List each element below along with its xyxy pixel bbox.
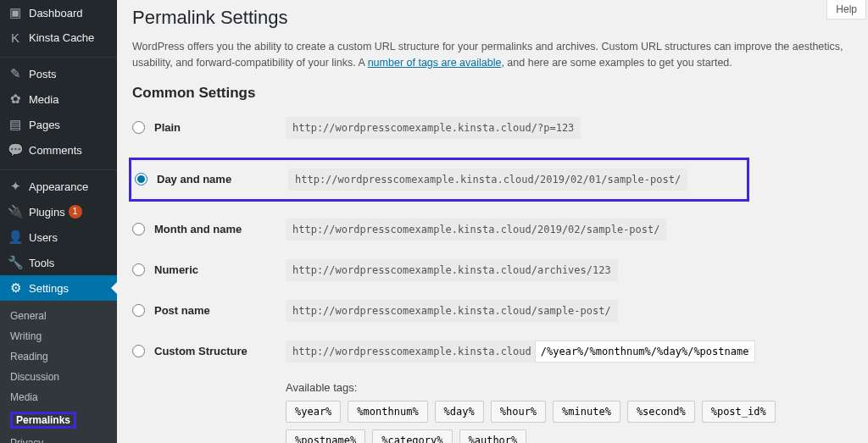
sidebar-item-label: Media [29, 93, 58, 106]
tag-button[interactable]: %category% [372, 429, 452, 444]
option-example: http://wordpresscomexample.kinsta.cloud/… [286, 259, 618, 281]
sidebar-item-users[interactable]: 👤 Users [0, 224, 117, 250]
url-prefix: http://wordpresscomexample.kinsta.cloud [286, 341, 535, 363]
settings-submenu: General Writing Reading Discussion Media… [0, 301, 117, 443]
radio-month-and-name[interactable] [132, 223, 145, 235]
page-title: Permalink Settings [132, 7, 851, 29]
custom-structure-field: http://wordpresscomexample.kinsta.cloud [286, 341, 755, 363]
submenu-media[interactable]: Media [0, 387, 117, 407]
tag-button[interactable]: %author% [459, 429, 527, 444]
appearance-icon: ✦ [7, 179, 24, 194]
radio-custom-structure[interactable] [132, 345, 145, 357]
submenu-writing[interactable]: Writing [0, 326, 117, 346]
sidebar-item-kinsta-cache[interactable]: K Kinsta Cache [0, 25, 117, 50]
sidebar-item-pages[interactable]: ▤ Pages [0, 112, 117, 137]
option-label[interactable]: Month and name [154, 223, 286, 235]
sidebar-item-label: Tools [29, 257, 54, 269]
tag-button[interactable]: %day% [435, 401, 484, 423]
kinsta-icon: K [7, 30, 24, 45]
sidebar-item-posts[interactable]: ✎ Posts [0, 61, 117, 86]
sidebar-item-label: Dashboard [29, 7, 83, 19]
common-settings-heading: Common Settings [132, 85, 851, 102]
available-tags-section: Available tags: %year%%monthnum%%day%%ho… [286, 381, 851, 444]
sidebar-item-tools[interactable]: 🔧 Tools [0, 250, 117, 275]
option-label[interactable]: Custom Structure [154, 345, 286, 357]
submenu-general[interactable]: General [0, 306, 117, 326]
separator [0, 53, 117, 58]
tag-button[interactable]: %monthnum% [348, 401, 427, 423]
option-label[interactable]: Plain [154, 121, 286, 134]
submenu-reading[interactable]: Reading [0, 346, 117, 367]
tools-icon: 🔧 [7, 255, 24, 270]
tag-buttons: %year%%monthnum%%day%%hour%%minute%%seco… [286, 401, 851, 444]
available-tags-label: Available tags: [286, 381, 851, 394]
settings-icon: ⚙ [7, 280, 24, 296]
permalinks-highlight: Permalinks [10, 412, 76, 429]
update-badge: 1 [69, 205, 82, 219]
admin-sidebar: ▣ Dashboard K Kinsta Cache ✎ Posts ✿ Med… [0, 0, 117, 443]
sidebar-item-label: Posts [29, 68, 57, 80]
option-example: http://wordpresscomexample.kinsta.cloud/… [286, 219, 666, 241]
sidebar-item-dashboard[interactable]: ▣ Dashboard [0, 0, 117, 25]
separator [0, 166, 117, 170]
radio-plain[interactable] [132, 121, 145, 134]
tag-button[interactable]: %minute% [553, 401, 620, 423]
tag-button[interactable]: %year% [286, 401, 341, 423]
radio-post-name[interactable] [132, 304, 145, 317]
tags-available-link[interactable]: number of tags are available [368, 57, 502, 69]
dashboard-icon: ▣ [7, 5, 24, 20]
pages-icon: ▤ [7, 117, 24, 132]
sidebar-item-label: Comments [29, 144, 82, 157]
media-icon: ✿ [7, 91, 24, 107]
sidebar-item-settings[interactable]: ⚙ Settings [0, 275, 117, 301]
submenu-discussion[interactable]: Discussion [0, 367, 117, 387]
option-numeric: Numeric http://wordpresscomexample.kinst… [132, 259, 851, 281]
comments-icon: 💬 [7, 142, 24, 158]
sidebar-item-media[interactable]: ✿ Media [0, 86, 117, 112]
option-example: http://wordpresscomexample.kinsta.cloud/… [286, 300, 618, 322]
tag-button[interactable]: %second% [627, 401, 695, 423]
tag-button[interactable]: %post_id% [702, 401, 776, 423]
users-icon: 👤 [7, 230, 24, 245]
option-custom-structure: Custom Structure http://wordpresscomexam… [132, 341, 851, 363]
option-plain: Plain http://wordpresscomexample.kinsta.… [132, 117, 851, 139]
submenu-privacy[interactable]: Privacy [0, 433, 117, 443]
sidebar-item-label: Users [29, 231, 58, 244]
tag-button[interactable]: %postname% [286, 429, 365, 444]
sidebar-item-label: Kinsta Cache [29, 31, 94, 44]
option-example: http://wordpresscomexample.kinsta.cloud/… [288, 169, 687, 191]
submenu-permalinks[interactable]: Permalinks [0, 407, 117, 433]
option-label[interactable]: Post name [154, 304, 286, 317]
sidebar-item-label: Appearance [29, 180, 88, 193]
sidebar-item-comments[interactable]: 💬 Comments [0, 137, 117, 163]
selected-option-highlight: Day and name http://wordpresscomexample.… [129, 158, 749, 202]
sidebar-item-appearance[interactable]: ✦ Appearance [0, 174, 117, 199]
sidebar-item-label: Pages [29, 119, 60, 131]
main-content: Permalink Settings WordPress offers you … [117, 0, 868, 443]
plugins-icon: 🔌 [7, 204, 24, 219]
option-label[interactable]: Numeric [154, 263, 286, 276]
option-example: http://wordpresscomexample.kinsta.cloud/… [286, 117, 581, 139]
desc-text: , and here are some examples to get you … [501, 57, 732, 69]
sidebar-item-label: Settings [29, 282, 69, 295]
option-post-name: Post name http://wordpresscomexample.kin… [132, 300, 851, 322]
sidebar-item-plugins[interactable]: 🔌 Plugins 1 [0, 199, 117, 224]
radio-numeric[interactable] [132, 263, 145, 276]
sidebar-item-label: Plugins [29, 206, 65, 219]
option-day-and-name: Day and name http://wordpresscomexample.… [131, 169, 747, 191]
page-description: WordPress offers you the ability to crea… [132, 39, 851, 71]
custom-structure-input[interactable] [535, 341, 755, 363]
tag-button[interactable]: %hour% [491, 401, 546, 423]
pin-icon: ✎ [7, 66, 24, 81]
option-month-and-name: Month and name http://wordpresscomexampl… [132, 219, 851, 241]
option-label[interactable]: Day and name [157, 173, 288, 186]
radio-day-and-name[interactable] [135, 173, 147, 186]
